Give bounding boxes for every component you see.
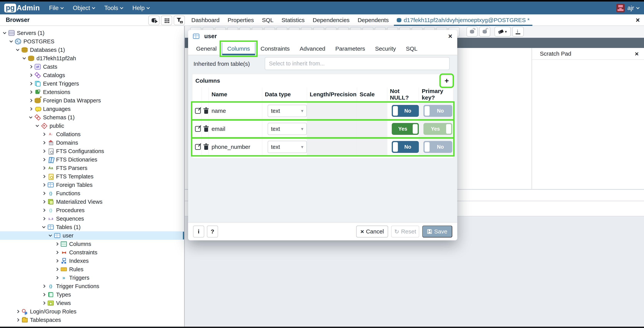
dialog-tab-sql[interactable]: SQL <box>401 43 422 55</box>
length-precision-cell[interactable] <box>307 103 357 119</box>
tree-item-sequences[interactable]: Sequences <box>0 214 184 223</box>
tree-item-foreign-data-wrappers[interactable]: Foreign Data Wrappers <box>0 96 184 105</box>
sql-help-button[interactable]: i <box>193 226 204 237</box>
primary-key-toggle[interactable]: No <box>424 141 452 153</box>
column-name-cell[interactable]: email <box>209 121 262 137</box>
tree-item-materialized-views[interactable]: Materialized Views <box>0 197 184 206</box>
dialog-tab-advanced[interactable]: Advanced <box>295 43 330 55</box>
tab-statistics[interactable]: Statistics <box>278 14 309 26</box>
scale-cell[interactable] <box>357 139 387 155</box>
menu-tools[interactable]: Tools <box>104 4 123 11</box>
tree-item-rules[interactable]: Rules <box>0 265 184 274</box>
tab-properties[interactable]: Properties <box>224 14 258 26</box>
tree-item-d17fekh11pf2ah[interactable]: d17fekh11pf2ah <box>0 54 184 63</box>
cancel-button[interactable]: × Cancel <box>356 226 388 237</box>
tree-item-trigger-functions[interactable]: Trigger Functions <box>0 282 184 290</box>
menu-file[interactable]: File <box>49 4 63 11</box>
menu-help[interactable]: Help <box>132 4 149 11</box>
tree-item-triggers[interactable]: Triggers <box>0 274 184 282</box>
view-data-button[interactable] <box>161 15 172 25</box>
tree-item-login-group-roles[interactable]: Login/Group Roles <box>0 307 184 316</box>
sequence-icon <box>48 216 54 222</box>
tablespace-icon <box>22 317 28 323</box>
tree-item-public[interactable]: public <box>0 122 184 130</box>
scale-cell[interactable] <box>357 121 387 137</box>
tree-item-extensions[interactable]: Extensions <box>0 88 184 96</box>
menu-object[interactable]: Object <box>73 4 95 11</box>
rollback-button[interactable] <box>479 27 490 37</box>
tree-item-servers-1[interactable]: Servers (1) <box>0 29 184 37</box>
filtered-rows-button[interactable] <box>174 15 185 25</box>
tree-item-fts-dictionaries[interactable]: FTS Dictionaries <box>0 155 184 164</box>
tree-item-user[interactable]: user <box>0 231 184 240</box>
tree-item-label: Views <box>56 300 71 306</box>
add-column-button[interactable]: + <box>441 75 452 86</box>
close-scratch-pad-icon[interactable]: × <box>635 50 638 58</box>
not-null-toggle[interactable]: No <box>392 141 419 153</box>
edit-row-icon[interactable] <box>195 126 201 132</box>
edit-row-icon[interactable] <box>195 144 201 150</box>
primary-key-toggle[interactable]: No <box>424 105 452 117</box>
close-panel-icon[interactable]: × <box>636 16 640 24</box>
delete-row-icon[interactable] <box>204 146 208 150</box>
tree-item-functions[interactable]: Functions <box>0 189 184 197</box>
not-null-toggle[interactable]: No <box>392 105 419 117</box>
tree-item-columns[interactable]: Columns <box>0 240 184 248</box>
scale-cell[interactable] <box>357 103 387 119</box>
data-type-select[interactable]: text▾ <box>268 105 307 117</box>
column-name-cell[interactable]: name <box>209 103 262 119</box>
dialog-tab-general[interactable]: General <box>191 43 222 55</box>
not-null-toggle[interactable]: Yes <box>392 123 419 135</box>
tree-item-tables-1[interactable]: Tables (1) <box>0 223 184 231</box>
data-type-select[interactable]: text▾ <box>268 141 307 153</box>
commit-button[interactable] <box>466 27 478 37</box>
tree-item-event-triggers[interactable]: Event Triggers <box>0 79 184 88</box>
query-tool-button[interactable] <box>148 15 160 25</box>
length-precision-cell[interactable] <box>307 121 357 137</box>
delete-row-icon[interactable] <box>204 110 208 114</box>
tree-item-fts-templates[interactable]: FTS Templates <box>0 172 184 181</box>
tree-item-catalogs[interactable]: Catalogs <box>0 71 184 79</box>
tab-sql[interactable]: SQL <box>258 14 278 26</box>
tree-item-casts[interactable]: Casts <box>0 63 184 71</box>
not-null-toggle-cell: No <box>387 139 419 155</box>
tree-item-fts-parsers[interactable]: FTS Parsers <box>0 164 184 172</box>
reset-button[interactable]: ↻ Reset <box>391 226 419 237</box>
save-button[interactable]: Save <box>422 226 452 237</box>
tab-active-connection[interactable]: d17fekh11pf2ah/dvyhjemoeptxyg@POSTGRES * <box>393 14 534 26</box>
tree-item-postgres[interactable]: POSTGRES <box>0 37 184 46</box>
tree-item-schemas-1[interactable]: Schemas (1) <box>0 113 184 122</box>
tree-item-constraints[interactable]: Constraints <box>0 248 184 257</box>
tree-item-tablespaces[interactable]: Tablespaces <box>0 316 184 324</box>
tree-item-languages[interactable]: Languages <box>0 105 184 113</box>
download-button[interactable] <box>512 27 524 37</box>
delete-row-icon[interactable] <box>204 128 208 132</box>
funnel-mini-grid <box>180 21 183 23</box>
tree-item-databases-1[interactable]: Databases (1) <box>0 46 184 54</box>
dialog-tab-constraints[interactable]: Constraints <box>256 43 295 55</box>
tab-dashboard[interactable]: Dashboard <box>187 14 224 26</box>
tree-item-views[interactable]: Views <box>0 299 184 307</box>
primary-key-toggle[interactable]: Yes <box>424 123 452 135</box>
tree-item-fts-configurations[interactable]: FTS Configurations <box>0 147 184 155</box>
close-dialog-icon[interactable]: × <box>448 32 452 40</box>
data-type-select[interactable]: text▾ <box>268 123 307 135</box>
tree-item-collations[interactable]: Collations <box>0 130 184 139</box>
length-precision-cell[interactable] <box>307 139 357 155</box>
tree-item-domains[interactable]: Domains <box>0 139 184 147</box>
tree-item-indexes[interactable]: Indexes <box>0 257 184 265</box>
tree-item-procedures[interactable]: Procedures <box>0 206 184 214</box>
dialog-help-button[interactable]: ? <box>207 226 218 237</box>
clear-button[interactable]: ▾ <box>494 27 511 37</box>
column-name-cell[interactable]: phone_number <box>209 139 262 155</box>
dialog-tab-columns[interactable]: Columns <box>222 43 256 55</box>
tab-dependencies[interactable]: Dependencies <box>309 14 354 26</box>
dialog-tab-parameters[interactable]: Parameters <box>330 43 370 55</box>
tree-item-foreign-tables[interactable]: Foreign Tables <box>0 181 184 189</box>
dialog-tab-security[interactable]: Security <box>370 43 401 55</box>
tab-dependents[interactable]: Dependents <box>354 14 393 26</box>
user-menu[interactable]: ajr <box>616 4 639 12</box>
inherited-from-input[interactable] <box>265 57 450 70</box>
tree-item-types[interactable]: Types <box>0 290 184 299</box>
edit-row-icon[interactable] <box>195 108 201 114</box>
